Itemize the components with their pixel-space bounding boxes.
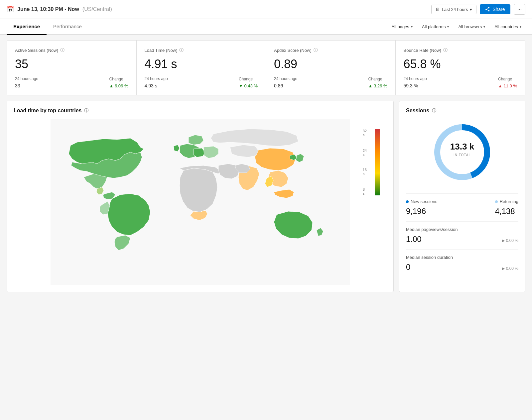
chevron-countries-icon: ▾ bbox=[520, 25, 521, 29]
median-pageviews-value: 1.00 bbox=[406, 235, 422, 244]
metric-load-time: Load Time (Now) ⓘ 4.91 s 24 hours ago 4.… bbox=[137, 41, 266, 95]
sessions-breakdown-row: New sessions 9,196 Returning 4,138 bbox=[406, 193, 518, 221]
all-browsers-filter[interactable]: All browsers ▾ bbox=[454, 22, 489, 32]
metric-title-2: Apdex Score (Now) ⓘ bbox=[274, 47, 387, 53]
map-container: 32 s 24 s 16 s 8 s bbox=[14, 119, 387, 285]
metric-value-0: 35 bbox=[15, 57, 128, 71]
median-pageviews-row: Median pageviews/session 1.00 ▶ 0.00 % bbox=[406, 221, 518, 249]
help-icon-3[interactable]: ⓘ bbox=[443, 47, 448, 53]
metrics-row: Active Sessions (Now) ⓘ 35 24 hours ago … bbox=[7, 40, 525, 95]
median-pageviews-change: ▶ 0.00 % bbox=[502, 238, 518, 243]
all-platforms-filter[interactable]: All platforms ▾ bbox=[418, 22, 453, 32]
median-duration-label: Median session duration bbox=[406, 255, 518, 260]
map-card-title: Load time by top countries ⓘ bbox=[14, 108, 387, 114]
map-card: Load time by top countries ⓘ bbox=[7, 101, 394, 292]
sessions-card: Sessions ⓘ 13.3 k IN TOTAL bbox=[399, 101, 525, 292]
metric-footer-3: 24 hours ago 59.3 % Change ▲ 11.0 % bbox=[404, 76, 517, 88]
date-range-text: June 13, 10:30 PM - Now bbox=[17, 6, 79, 12]
metric-footer-0: 24 hours ago 33 Change ▲ 6.06 % bbox=[15, 76, 128, 88]
metric-value-1: 4.91 s bbox=[145, 57, 258, 71]
calendar-small-icon: 🗓 bbox=[436, 7, 440, 12]
last24-label: Last 24 hours bbox=[442, 7, 468, 12]
share-button[interactable]: Share bbox=[480, 4, 510, 14]
legend-bar: 32 s 24 s 16 s 8 s bbox=[375, 129, 380, 195]
all-countries-label: All countries bbox=[494, 24, 518, 29]
median-pageviews-label: Median pageviews/session bbox=[406, 227, 518, 232]
new-sessions-dot bbox=[406, 200, 409, 203]
sessions-help-icon[interactable]: ⓘ bbox=[432, 108, 436, 114]
metric-footer-1: 24 hours ago 4.93 s Change ▼ 0.43 % bbox=[145, 76, 258, 88]
returning-col: Returning 4,138 bbox=[495, 199, 518, 216]
last-24-button[interactable]: 🗓 Last 24 hours ▾ bbox=[431, 5, 477, 14]
tabs-filter-bar: Experience Performance All pages ▾ All p… bbox=[0, 19, 532, 35]
returning-value: 4,138 bbox=[495, 207, 518, 216]
all-pages-label: All pages bbox=[391, 24, 409, 29]
median-duration-value: 0 bbox=[406, 262, 410, 272]
tab-performance[interactable]: Performance bbox=[47, 19, 88, 35]
metric-footer-2: 24 hours ago 0.86 Change ▲ 3.26 % bbox=[274, 76, 387, 88]
median-duration-row: Median session duration 0 ▶ 0.00 % bbox=[406, 249, 518, 277]
metric-value-3: 65.8 % bbox=[404, 57, 517, 71]
legend-gradient bbox=[375, 129, 380, 195]
sessions-stats: New sessions 9,196 Returning 4,138 Media… bbox=[406, 193, 518, 277]
chevron-pages-icon: ▾ bbox=[411, 25, 413, 29]
timezone-text: (US/Central) bbox=[82, 6, 112, 12]
top-bar-right: 🗓 Last 24 hours ▾ Share ··· bbox=[431, 4, 525, 15]
all-browsers-label: All browsers bbox=[458, 24, 482, 29]
tabs: Experience Performance bbox=[7, 19, 88, 34]
returning-dot bbox=[495, 200, 498, 203]
help-icon-0[interactable]: ⓘ bbox=[60, 47, 65, 53]
top-bar: 📅 June 13, 10:30 PM - Now (US/Central) 🗓… bbox=[0, 0, 532, 19]
date-range: 📅 June 13, 10:30 PM - Now (US/Central) bbox=[7, 6, 112, 13]
world-map-svg bbox=[14, 119, 387, 285]
all-countries-filter[interactable]: All countries ▾ bbox=[490, 22, 525, 32]
all-pages-filter[interactable]: All pages ▾ bbox=[387, 22, 416, 32]
legend-labels: 32 s 24 s 16 s 8 s bbox=[363, 129, 367, 195]
chevron-down-icon: ▾ bbox=[470, 7, 472, 12]
map-help-icon[interactable]: ⓘ bbox=[84, 108, 88, 114]
share-label: Share bbox=[492, 7, 505, 12]
chevron-platforms-icon: ▾ bbox=[447, 25, 449, 29]
donut-container: 13.3 k IN TOTAL bbox=[406, 119, 518, 185]
help-icon-2[interactable]: ⓘ bbox=[314, 47, 318, 53]
metric-active-sessions: Active Sessions (Now) ⓘ 35 24 hours ago … bbox=[7, 41, 137, 95]
metric-title-1: Load Time (Now) ⓘ bbox=[145, 47, 258, 53]
calendar-icon: 📅 bbox=[7, 6, 14, 13]
donut-chart: 13.3 k IN TOTAL bbox=[429, 119, 495, 185]
tab-experience[interactable]: Experience bbox=[7, 19, 47, 35]
svg-text:13.3 k: 13.3 k bbox=[450, 142, 474, 152]
filters: All pages ▾ All platforms ▾ All browsers… bbox=[387, 22, 525, 32]
more-label: ··· bbox=[517, 6, 522, 12]
new-sessions-col: New sessions 9,196 bbox=[406, 199, 437, 216]
metric-bounce-rate: Bounce Rate (Now) ⓘ 65.8 % 24 hours ago … bbox=[396, 41, 525, 95]
more-button[interactable]: ··· bbox=[514, 4, 525, 15]
all-platforms-label: All platforms bbox=[422, 24, 446, 29]
median-duration-change: ▶ 0.00 % bbox=[502, 266, 518, 271]
metric-apdex: Apdex Score (Now) ⓘ 0.89 24 hours ago 0.… bbox=[266, 41, 396, 95]
share-icon bbox=[485, 7, 490, 12]
svg-text:IN TOTAL: IN TOTAL bbox=[454, 153, 471, 157]
metric-title-3: Bounce Rate (Now) ⓘ bbox=[404, 47, 517, 53]
chevron-browsers-icon: ▾ bbox=[483, 25, 485, 29]
metric-value-2: 0.89 bbox=[274, 57, 387, 71]
sessions-title: Sessions ⓘ bbox=[406, 108, 518, 114]
new-sessions-value: 9,196 bbox=[406, 207, 437, 216]
help-icon-1[interactable]: ⓘ bbox=[179, 47, 184, 53]
main-content: Load time by top countries ⓘ bbox=[7, 101, 525, 292]
metric-title-0: Active Sessions (Now) ⓘ bbox=[15, 47, 128, 53]
